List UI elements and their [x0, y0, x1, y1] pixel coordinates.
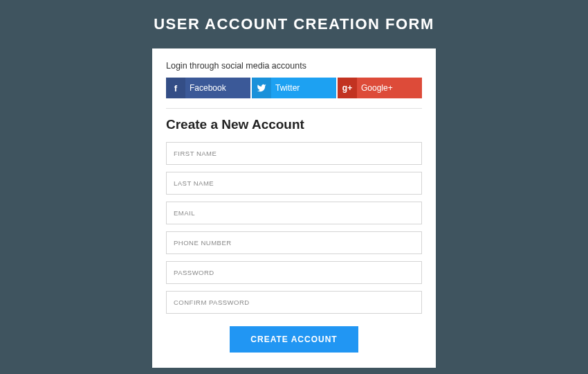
email-field[interactable]	[166, 202, 422, 224]
twitter-button[interactable]: Twitter	[252, 78, 336, 98]
facebook-button[interactable]: f Facebook	[166, 78, 250, 98]
social-login-label: Login through social media accounts	[166, 61, 422, 71]
facebook-label: Facebook	[185, 83, 226, 93]
first-name-field[interactable]	[166, 142, 422, 165]
password-field[interactable]	[166, 261, 422, 284]
confirm-password-field[interactable]	[166, 291, 422, 314]
twitter-label: Twitter	[271, 83, 300, 93]
last-name-field[interactable]	[166, 172, 422, 195]
create-account-button[interactable]: CREATE ACCOUNT	[230, 326, 358, 353]
form-card: Login through social media accounts f Fa…	[152, 48, 436, 368]
google-button[interactable]: g+ Google+	[338, 78, 422, 98]
google-plus-icon: g+	[338, 78, 357, 98]
submit-row: CREATE ACCOUNT	[166, 326, 422, 353]
google-label: Google+	[357, 83, 393, 93]
social-buttons-row: f Facebook Twitter g+ Google+	[166, 78, 422, 109]
form-title: Create a New Account	[166, 117, 422, 132]
facebook-icon: f	[166, 78, 185, 98]
page-title: USER ACCOUNT CREATION FORM	[154, 15, 434, 33]
twitter-icon	[252, 78, 271, 98]
phone-field[interactable]	[166, 231, 422, 254]
